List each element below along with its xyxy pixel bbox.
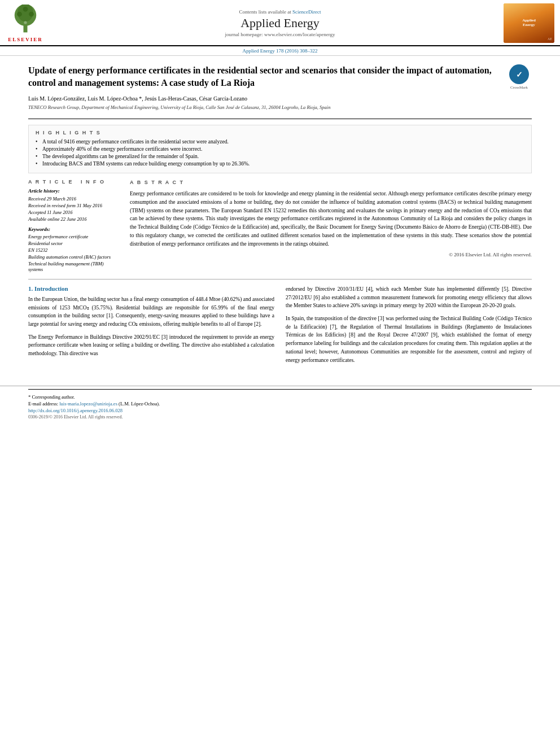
abstract-col: A B S T R A C T Energy performance certi… (130, 179, 532, 273)
article-info-header: A R T I C L E I N F O (28, 179, 119, 185)
accepted-date: Accepted 11 June 2016 (28, 209, 119, 215)
journal-homepage: journal homepage: www.elsevier.com/locat… (79, 32, 481, 37)
journal-ref-line: Applied Energy 178 (2016) 308–322 (0, 46, 560, 56)
abstract-label: A B S T R A C T (130, 179, 532, 187)
abstract-text: Energy performance certificates are cons… (130, 190, 532, 248)
journal-header: ELSEVIER Contents lists available at Sci… (0, 0, 560, 46)
available-date: Available online 22 June 2016 (28, 216, 119, 222)
journal-ref-text: Applied Energy 178 (2016) 308–322 (243, 48, 318, 54)
applied-energy-logo-text: AppliedEnergy (522, 19, 536, 27)
svg-point-6 (24, 21, 27, 24)
intro-right-paragraph-2: In Spain, the transposition of the direc… (286, 314, 532, 364)
main-content: 1. Introduction In the European Union, t… (28, 285, 532, 369)
highlight-item: Introducing BACS and TBM systems can red… (36, 161, 524, 167)
doi-line[interactable]: http://dx.doi.org/10.1016/j.apenergy.201… (28, 408, 532, 413)
introduction-right-col: endorsed by Directive 2010/31/EU [4], wh… (286, 285, 532, 369)
elsevier-brand-text: ELSEVIER (8, 37, 43, 42)
highlights-section: H I G H L I G H T S A total of 9416 ener… (28, 125, 532, 173)
svg-point-4 (29, 11, 34, 16)
journal-header-center: Contents lists available at ScienceDirec… (79, 9, 481, 37)
applied-energy-logo: AppliedEnergy AE (504, 3, 554, 43)
article-info-abstract: A R T I C L E I N F O Article history: R… (28, 179, 532, 279)
corresponding-symbol: * Corresponding author. (28, 394, 75, 400)
issn-line: 0306-2619/© 2016 Elsevier Ltd. All right… (28, 414, 532, 420)
highlight-item: The developed algorithms can be generali… (36, 154, 524, 159)
svg-rect-0 (24, 25, 28, 32)
article-main-title: Update of energy performance certificate… (28, 64, 501, 90)
page: ELSEVIER Contents lists available at Sci… (0, 0, 560, 747)
elsevier-logo: ELSEVIER (6, 5, 45, 42)
email-link[interactable]: luis-maria.lopezo@unirioja.es (59, 401, 117, 407)
elsevier-logo-area: ELSEVIER (6, 5, 79, 42)
corresponding-note: * Corresponding author. (28, 394, 532, 400)
article-info-col: A R T I C L E I N F O Article history: R… (28, 179, 119, 273)
section-number: 1. (28, 285, 33, 292)
applied-energy-logo-sub: AE (548, 37, 552, 41)
abstract-section: A B S T R A C T Energy performance certi… (130, 179, 532, 259)
footer-separator (28, 389, 532, 390)
intro-right-paragraph-1: endorsed by Directive 2010/31/EU [4], wh… (286, 285, 532, 310)
intro-paragraph-1: In the European Union, the building sect… (28, 295, 274, 329)
article-footer: * Corresponding author. E-mail address: … (0, 386, 560, 420)
email-person: (L.M. López-Ochoa). (119, 401, 160, 407)
introduction-title: 1. Introduction (28, 285, 274, 292)
keyword-1: Energy performance certificate (28, 234, 119, 239)
keyword-2: Residential sector (28, 241, 119, 246)
article-title-text-area: Update of energy performance certificate… (28, 64, 501, 113)
email-label: E-mail address: (28, 401, 58, 407)
highlight-item: A total of 9416 energy performance certi… (36, 139, 524, 145)
highlight-item: Approximately 40% of the energy performa… (36, 146, 524, 152)
crossmark-svg: ✓ (511, 66, 528, 83)
journal-title: Applied Energy (79, 16, 481, 30)
keywords-section: Keywords: Energy performance certificate… (28, 226, 119, 272)
crossmark-label: CrossMark (510, 85, 528, 90)
journal-logo-right: AppliedEnergy AE (481, 3, 554, 43)
sciencedirect-link-text[interactable]: ScienceDirect (292, 9, 321, 15)
svg-text:✓: ✓ (516, 71, 523, 79)
article-history: Article history: Received 29 March 2016 … (28, 188, 119, 222)
received-date: Received 29 March 2016 (28, 196, 119, 202)
keywords-label: Keywords: (28, 226, 119, 232)
revised-date: Received in revised form 31 May 2016 (28, 203, 119, 208)
article-authors: Luis M. López-González, Luis M. López-Oc… (28, 95, 501, 102)
elsevier-tree-icon (6, 5, 45, 36)
keyword-5: Technical building management (TBM) syst… (28, 261, 119, 272)
introduction-left-col: 1. Introduction In the European Union, t… (28, 285, 274, 369)
author-names: Luis M. López-González, Luis M. López-Oc… (28, 95, 247, 102)
crossmark-icon: ✓ (509, 64, 529, 84)
intro-paragraph-2: The Energy Performance in Buildings Dire… (28, 333, 274, 358)
keyword-3: EN 15232 (28, 247, 119, 253)
abstract-copyright: © 2016 Elsevier Ltd. All rights reserved… (130, 251, 532, 259)
highlights-list: A total of 9416 energy performance certi… (36, 139, 524, 167)
doi-text: http://dx.doi.org/10.1016/j.apenergy.201… (28, 408, 123, 413)
article-body: Update of energy performance certificate… (0, 56, 560, 377)
affiliation: TENECO Research Group, Department of Mec… (28, 104, 501, 110)
history-label: Article history: (28, 188, 119, 194)
keyword-4: Building automation control (BAC) factor… (28, 254, 119, 260)
section-name: Introduction (34, 285, 68, 292)
highlights-label: H I G H L I G H T S (36, 130, 524, 136)
article-title-section: Update of energy performance certificate… (28, 64, 532, 119)
svg-point-3 (17, 11, 22, 16)
sciencedirect-line: Contents lists available at ScienceDirec… (79, 9, 481, 15)
contents-text: Contents lists available at (239, 9, 291, 15)
crossmark-area: ✓ CrossMark (506, 64, 532, 90)
svg-point-5 (23, 6, 28, 11)
email-footnote: E-mail address: luis-maria.lopezo@unirio… (28, 401, 532, 407)
